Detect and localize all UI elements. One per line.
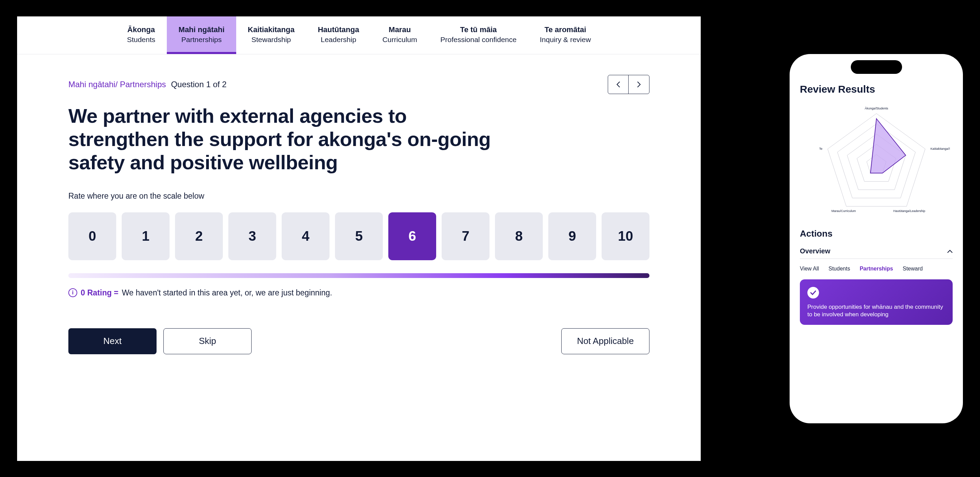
radar-svg: Ākonga/Students Kaitiakitanga/Stewardshi… [803, 102, 950, 225]
filter-view-all[interactable]: View All [800, 266, 819, 272]
spacer [17, 16, 115, 54]
legend-text: We haven't started in this area yet, or,… [122, 288, 332, 297]
chevron-right-icon [636, 81, 641, 88]
rating-6[interactable]: 6 [388, 212, 436, 260]
tab-english-label: Stewardship [248, 35, 295, 44]
question-text: We partner with external agencies to str… [68, 104, 513, 174]
breadcrumb-question-number: Question 1 of 2 [171, 80, 227, 89]
footer-buttons: Next Skip Not Applicable [68, 328, 649, 354]
results-radar-chart: Ākonga/Students Kaitiakitanga/Stewardshi… [800, 100, 953, 227]
breadcrumb-category: Mahi ngātahi/ Partnerships [68, 80, 166, 89]
rating-1[interactable]: 1 [122, 212, 170, 260]
tab-english-label: Professional confidence [440, 35, 517, 44]
tab-maori-label: Mahi ngātahi [178, 25, 224, 34]
skip-button[interactable]: Skip [163, 328, 251, 354]
action-card[interactable]: Provide opportunities for whānau and the… [800, 279, 953, 325]
action-card-text: Provide opportunities for whānau and the… [807, 303, 945, 319]
rating-9[interactable]: 9 [548, 212, 596, 260]
rating-3[interactable]: 3 [228, 212, 276, 260]
info-icon: i [68, 288, 77, 297]
rating-scale: 0 1 2 3 4 5 6 7 8 9 10 [68, 212, 649, 260]
check-icon [807, 287, 819, 298]
tab-maori-label: Kaitiakitanga [248, 25, 295, 34]
rate-instruction: Rate where you are on the scale below [68, 191, 649, 201]
spacer [603, 16, 701, 54]
tab-maori-label: Hautūtanga [318, 25, 359, 34]
chevron-up-icon [947, 247, 953, 255]
tab-marau[interactable]: Marau Curriculum [371, 16, 429, 54]
scale-legend: i 0 Rating = We haven't started in this … [68, 288, 649, 297]
tab-te-tu-maia[interactable]: Te tū māia Professional confidence [429, 16, 528, 54]
rating-2[interactable]: 2 [175, 212, 223, 260]
phone-content: Review Results Ākonga/Students [800, 83, 953, 325]
actions-heading: Actions [800, 228, 953, 239]
tab-english-label: Partnerships [178, 35, 224, 44]
next-question-button[interactable] [628, 75, 649, 94]
page-title: Review Results [800, 83, 953, 95]
rating-4[interactable]: 4 [282, 212, 329, 260]
tab-hautuutanga[interactable]: Hautūtanga Leadership [306, 16, 371, 54]
breadcrumb-row: Mahi ngātahi/ Partnerships Question 1 of… [68, 75, 649, 94]
rating-8[interactable]: 8 [495, 212, 543, 260]
rating-10[interactable]: 10 [601, 212, 649, 260]
not-applicable-button[interactable]: Not Applicable [561, 328, 649, 354]
svg-text:Hautūtanga/Leadership: Hautūtanga/Leadership [893, 209, 925, 213]
tab-maori-label: Marau [382, 25, 417, 34]
filter-steward[interactable]: Steward [903, 266, 923, 272]
tab-akonga[interactable]: Ākonga Students [115, 16, 167, 54]
svg-text:Ākonga/Students: Ākonga/Students [864, 107, 888, 110]
next-button[interactable]: Next [68, 328, 157, 354]
svg-text:Marau/Curriculum: Marau/Curriculum [831, 209, 856, 213]
scale-gradient [68, 273, 649, 278]
tab-english-label: Leadership [318, 35, 359, 44]
prev-question-button[interactable] [608, 75, 628, 94]
svg-text:Te: Te [819, 147, 822, 150]
phone-notch [851, 60, 902, 74]
survey-window: Ākonga Students Mahi ngātahi Partnership… [17, 16, 701, 461]
question-content: Mahi ngātahi/ Partnerships Question 1 of… [17, 54, 701, 461]
tab-maori-label: Ākonga [127, 25, 155, 34]
action-filter-tabs: View All Students Partnerships Steward [800, 259, 953, 279]
rating-7[interactable]: 7 [442, 212, 490, 260]
legend-bold: 0 Rating = [81, 288, 119, 297]
rating-0[interactable]: 0 [68, 212, 116, 260]
tab-english-label: Students [127, 35, 155, 44]
accordion-label: Overview [800, 247, 830, 255]
tab-mahi-ngatahi[interactable]: Mahi ngātahi Partnerships [167, 16, 236, 54]
tab-kaitiakitanga[interactable]: Kaitiakitanga Stewardship [236, 16, 306, 54]
category-tabs: Ākonga Students Mahi ngātahi Partnership… [17, 16, 701, 54]
breadcrumb: Mahi ngātahi/ Partnerships Question 1 of… [68, 80, 227, 89]
radar-series [870, 119, 905, 173]
phone-mock: Review Results Ākonga/Students [790, 54, 963, 423]
svg-text:Kaitiakitanga/Stewardship: Kaitiakitanga/Stewardship [931, 147, 950, 150]
tab-english-label: Inquiry & review [540, 35, 591, 44]
chevron-left-icon [616, 81, 621, 88]
tab-english-label: Curriculum [382, 35, 417, 44]
tab-te-aromatai[interactable]: Te aromātai Inquiry & review [528, 16, 602, 54]
filter-partnerships[interactable]: Partnerships [860, 266, 893, 272]
tab-maori-label: Te aromātai [540, 25, 591, 34]
overview-accordion[interactable]: Overview [800, 244, 953, 259]
question-nav [608, 75, 649, 94]
rating-5[interactable]: 5 [335, 212, 383, 260]
tab-maori-label: Te tū māia [440, 25, 517, 34]
filter-students[interactable]: Students [829, 266, 850, 272]
